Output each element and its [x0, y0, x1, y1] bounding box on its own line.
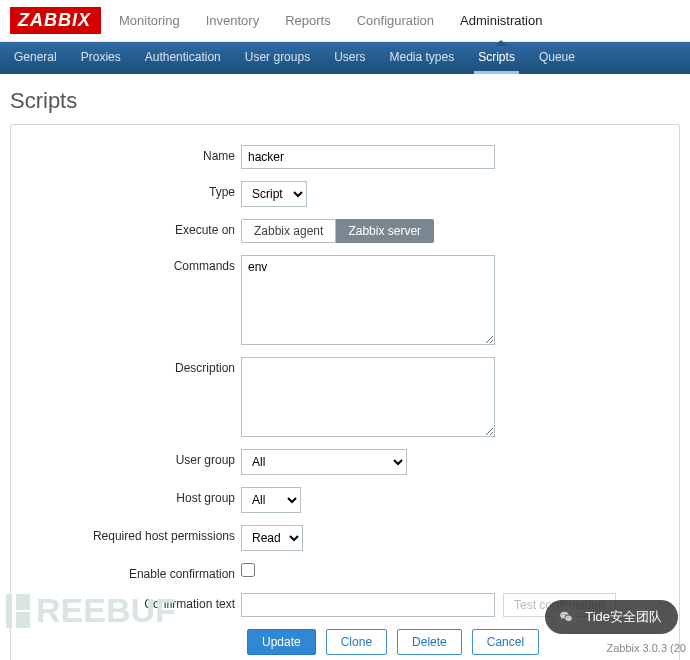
subnav-users[interactable]: Users	[330, 42, 369, 74]
clone-button[interactable]: Clone	[326, 629, 387, 655]
label-name: Name	[31, 145, 241, 163]
confirmation-text-input	[241, 593, 495, 617]
top-bar: ZABBIX Monitoring Inventory Reports Conf…	[0, 0, 690, 42]
script-form: Name Type Script Execute on Zabbix agent…	[10, 124, 680, 660]
subnav-general[interactable]: General	[10, 42, 61, 74]
execute-on-agent-button[interactable]: Zabbix agent	[241, 219, 336, 243]
label-hostgroup: Host group	[31, 487, 241, 505]
sub-nav: General Proxies Authentication User grou…	[0, 42, 690, 74]
subnav-mediatypes[interactable]: Media types	[386, 42, 459, 74]
watermark-text: REEBUF	[36, 591, 176, 630]
name-input[interactable]	[241, 145, 495, 169]
cancel-button[interactable]: Cancel	[472, 629, 539, 655]
footer-version: Zabbix 3.0.3 (20	[607, 642, 687, 654]
execute-on-group: Zabbix agent Zabbix server	[241, 219, 434, 243]
subnav-usergroups[interactable]: User groups	[241, 42, 314, 74]
logo: ZABBIX	[10, 7, 101, 34]
wechat-badge[interactable]: Tide安全团队	[545, 600, 678, 634]
label-description: Description	[31, 357, 241, 375]
usergroup-select[interactable]: All	[241, 449, 407, 475]
enable-confirmation-checkbox[interactable]	[241, 563, 255, 577]
subnav-proxies[interactable]: Proxies	[77, 42, 125, 74]
wechat-label: Tide安全团队	[585, 608, 662, 626]
watermark-bar-icon	[16, 594, 30, 610]
watermark-bar-icon	[16, 612, 30, 628]
subnav-authentication[interactable]: Authentication	[141, 42, 225, 74]
execute-on-server-button[interactable]: Zabbix server	[336, 219, 434, 243]
update-button[interactable]: Update	[247, 629, 316, 655]
label-commands: Commands	[31, 255, 241, 273]
label-enableconfirm: Enable confirmation	[31, 563, 241, 581]
topnav-reports[interactable]: Reports	[281, 1, 335, 40]
hostgroup-select[interactable]: All	[241, 487, 301, 513]
permissions-select[interactable]: Read	[241, 525, 303, 551]
topnav-monitoring[interactable]: Monitoring	[115, 1, 184, 40]
watermark: REEBUF	[6, 591, 176, 630]
commands-textarea[interactable]: env	[241, 255, 495, 345]
topnav-administration[interactable]: Administration	[456, 1, 546, 40]
page-title: Scripts	[0, 74, 690, 124]
label-permissions: Required host permissions	[31, 525, 241, 543]
label-executeon: Execute on	[31, 219, 241, 237]
label-type: Type	[31, 181, 241, 199]
subnav-queue[interactable]: Queue	[535, 42, 579, 74]
topnav-configuration[interactable]: Configuration	[353, 1, 438, 40]
top-nav: Monitoring Inventory Reports Configurati…	[115, 1, 546, 40]
subnav-scripts[interactable]: Scripts	[474, 42, 519, 74]
type-select[interactable]: Script	[241, 181, 307, 207]
delete-button[interactable]: Delete	[397, 629, 462, 655]
topnav-inventory[interactable]: Inventory	[202, 1, 263, 40]
wechat-icon	[555, 606, 577, 628]
label-usergroup: User group	[31, 449, 241, 467]
description-textarea[interactable]	[241, 357, 495, 437]
watermark-bar-icon	[6, 594, 12, 628]
